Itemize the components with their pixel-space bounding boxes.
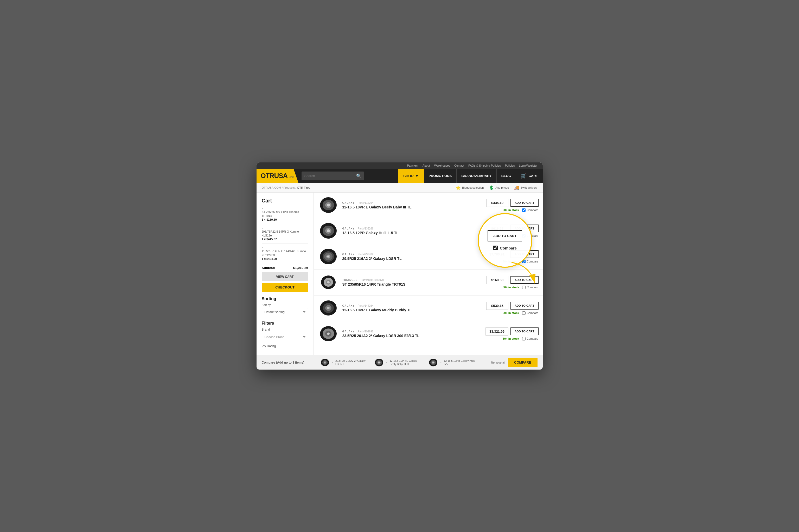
nav-warehouses[interactable]: Warehouses bbox=[434, 164, 450, 167]
nav-blog[interactable]: BLOG bbox=[497, 169, 516, 183]
product-name-1: 12-16.5 12PR Galaxy Hulk L-5 TL bbox=[342, 231, 483, 235]
product-info-4: GALAXY Part #144264 12-16.5 10PR E Galax… bbox=[342, 304, 483, 312]
compare-item-2-name: 12-16.5 12PR Galaxy Hulk L-5 TL bbox=[444, 359, 475, 366]
cart-item-2-price: 1 × $445.67 bbox=[262, 238, 308, 241]
shop-button[interactable]: SHOP ▼ bbox=[398, 169, 424, 183]
product-info-0: GALAXY Part #112264 12-16.5 10PR E Galax… bbox=[342, 202, 483, 209]
logo-area[interactable]: OTRUSA .com bbox=[256, 169, 299, 183]
product-name-3: ST 235/85R16 14PR Triangle TRT01S bbox=[342, 282, 483, 286]
sort-by-label: Sort by bbox=[262, 303, 308, 306]
product-info-3: TRIANGLE Part #1014T010070 ST 235/85R16 … bbox=[342, 279, 483, 286]
main-nav: OTRUSA .com 🔍 SHOP ▼ PROMOTIONS BRANDS/L… bbox=[256, 169, 543, 183]
stock-0: 50+ in stock bbox=[503, 208, 519, 212]
breadcrumb-bar: OTRUSA.COM / Products / OTR Tires ⭐ Bigg… bbox=[256, 183, 543, 193]
callout-compare-label: Compare bbox=[500, 246, 517, 250]
cart-item-2: × 295/75R22.5 14PR G Kumho KLS12e 1 × $4… bbox=[262, 227, 308, 244]
compare-remove-2[interactable]: × bbox=[440, 361, 441, 364]
compare-label-4[interactable]: Compare bbox=[522, 311, 538, 315]
product-img-5 bbox=[318, 325, 339, 343]
compare-item-1: × 12-16.5 10PR E Galaxy Beefy Baby III T… bbox=[375, 358, 421, 367]
breadcrumb: OTRUSA.COM / Products / OTR Tires bbox=[262, 186, 310, 189]
logo-com: .com bbox=[289, 176, 294, 178]
nav-contact[interactable]: Contact bbox=[454, 164, 464, 167]
compare-checkbox-0[interactable] bbox=[522, 208, 526, 212]
nav-payment[interactable]: Payment bbox=[407, 164, 418, 167]
nav-cart[interactable]: 🛒 CART bbox=[516, 169, 543, 183]
product-row-4: GALAXY Part #144264 12-16.5 10PR E Galax… bbox=[314, 296, 543, 321]
nav-promotions[interactable]: PROMOTIONS bbox=[424, 169, 457, 183]
top-bar: Payment About Warehouses Contact FAQs & … bbox=[256, 163, 543, 169]
add-to-cart-4[interactable]: ADD TO CART bbox=[510, 302, 539, 309]
stock-3: 50+ in stock bbox=[503, 286, 519, 289]
product-img-0 bbox=[318, 196, 339, 214]
nav-about[interactable]: About bbox=[422, 164, 430, 167]
view-cart-button[interactable]: VIEW CART bbox=[262, 272, 308, 281]
callout-circle: ADD TO CART Compare bbox=[478, 213, 532, 268]
cart-title: Cart bbox=[262, 198, 308, 204]
product-img-4 bbox=[318, 299, 339, 317]
compare-label-3[interactable]: Compare bbox=[522, 286, 538, 289]
cart-item-1-name: ST 235/85R16 14PR Triangle TRT01S bbox=[262, 210, 308, 218]
product-row-5: GALAXY Part #299698 23.5R25 201A2 2* Gal… bbox=[314, 321, 543, 347]
product-actions-5: $3,321.96 ADD TO CART 50+ in stock Compa… bbox=[486, 327, 538, 340]
product-part-3: Part #1014T010070 bbox=[361, 279, 384, 282]
svg-point-32 bbox=[378, 362, 380, 363]
compare-item-0-img bbox=[320, 358, 330, 367]
compare-item-0: × 29.5R25 216A2 2* Galaxy LDSR TL bbox=[320, 358, 367, 367]
cart-item-1-price: 1 × $169.60 bbox=[262, 218, 308, 221]
compare-button[interactable]: COMPARE bbox=[508, 358, 537, 367]
trust-badges: ⭐ Biggest selection 💲 Ace prices 🚚 Swift… bbox=[456, 185, 537, 190]
cart-item-3: × 11R22.5 14PR G 144/142L Kumho KLT12E T… bbox=[262, 246, 308, 263]
compare-checkbox-3[interactable] bbox=[522, 286, 526, 289]
svg-point-36 bbox=[433, 362, 434, 363]
compare-remove-1[interactable]: × bbox=[386, 361, 387, 364]
svg-point-3 bbox=[327, 204, 330, 207]
compare-remove-0[interactable]: × bbox=[332, 361, 333, 364]
nav-faqs[interactable]: FAQs & Shipping Policies bbox=[468, 164, 501, 167]
browser-frame: Payment About Warehouses Contact FAQs & … bbox=[256, 163, 543, 369]
compare-label-0[interactable]: Compare bbox=[522, 208, 538, 212]
search-button[interactable]: 🔍 bbox=[356, 173, 361, 178]
product-img-3 bbox=[318, 273, 339, 291]
ply-filter-label: Ply Rating bbox=[262, 344, 308, 348]
product-img-2 bbox=[318, 248, 339, 266]
add-to-cart-0[interactable]: ADD TO CART bbox=[510, 199, 539, 207]
breadcrumb-products[interactable]: Products bbox=[283, 186, 294, 189]
compare-actions: Remove all COMPARE bbox=[491, 358, 538, 367]
product-brand-3: TRIANGLE bbox=[342, 279, 358, 282]
brand-filter-label: Brand bbox=[262, 328, 308, 331]
cart-item-3-name: 11R22.5 14PR G 144/142L Kumho KLT12E TL bbox=[262, 249, 308, 257]
callout-add-to-cart[interactable]: ADD TO CART bbox=[488, 230, 522, 242]
sidebar: Cart × ST 235/85R16 14PR Triangle TRT01S… bbox=[256, 193, 314, 355]
callout-compare-row: Compare bbox=[493, 246, 517, 250]
search-input[interactable] bbox=[302, 172, 364, 180]
breadcrumb-home[interactable]: OTRUSA.COM bbox=[262, 186, 281, 189]
breadcrumb-current: OTR Tires bbox=[297, 186, 310, 189]
brand-select[interactable]: Choose Brand bbox=[262, 333, 308, 341]
remove-item-2[interactable]: × bbox=[262, 227, 308, 230]
compare-label-5[interactable]: Compare bbox=[522, 337, 538, 340]
sort-select[interactable]: Default sorting bbox=[262, 308, 308, 316]
nav-policies[interactable]: Policies bbox=[505, 164, 515, 167]
cart-item-2-name: 295/75R22.5 14PR G Kumho KLS12e bbox=[262, 230, 308, 238]
sorting-title: Sorting bbox=[262, 297, 308, 301]
remove-all-button[interactable]: Remove all bbox=[491, 361, 505, 364]
compare-checkbox-4[interactable] bbox=[522, 311, 526, 315]
compare-item-2: × 12-16.5 12PR Galaxy Hulk L-5 TL bbox=[429, 358, 475, 367]
callout-compare-checkbox[interactable] bbox=[493, 246, 498, 250]
nav-brands[interactable]: BRANDS/LIBRARY bbox=[457, 169, 497, 183]
product-info-5: GALAXY Part #299698 23.5R25 201A2 2* Gal… bbox=[342, 330, 482, 338]
remove-item-3[interactable]: × bbox=[262, 246, 308, 249]
product-info-1: GALAXY Part #133266 12-16.5 12PR Galaxy … bbox=[342, 227, 483, 235]
svg-point-28 bbox=[324, 362, 326, 363]
nav-login[interactable]: Login/Register bbox=[519, 164, 538, 167]
remove-item-1[interactable]: × bbox=[262, 207, 308, 210]
checkout-button[interactable]: CHECKOUT bbox=[262, 283, 308, 292]
product-name-5: 23.5R25 201A2 2* Galaxy LDSR 300 E3/L3 T… bbox=[342, 334, 482, 338]
compare-items: × 29.5R25 216A2 2* Galaxy LDSR TL × 12-1… bbox=[304, 358, 491, 367]
cart-subtotal: Subtotal $1,019.26 bbox=[262, 266, 308, 270]
compare-item-1-name: 12-16.5 10PR E Galaxy Beefy Baby III TL bbox=[389, 359, 421, 366]
product-price-0: $335.10 bbox=[486, 199, 508, 207]
add-to-cart-5[interactable]: ADD TO CART bbox=[510, 327, 539, 335]
compare-checkbox-5[interactable] bbox=[522, 337, 526, 340]
